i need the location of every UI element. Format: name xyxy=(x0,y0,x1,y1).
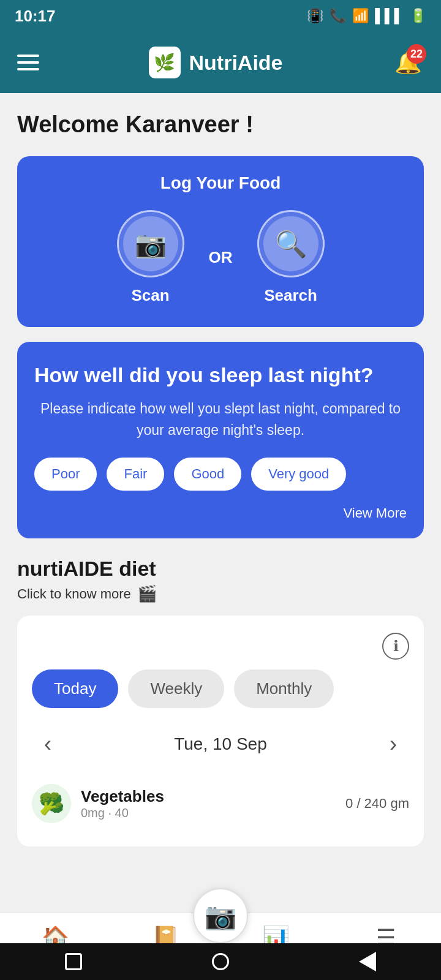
view-more-button[interactable]: View More xyxy=(34,505,407,521)
system-navigation xyxy=(0,943,441,980)
welcome-text: Welcome Karanveer ! xyxy=(17,111,424,138)
search-circle: 🔍 xyxy=(257,210,325,277)
wifi-icon: 📶 xyxy=(352,8,369,24)
info-button-container: ℹ xyxy=(32,633,409,660)
notification-button[interactable]: 🔔 22 xyxy=(392,47,424,78)
search-icon: 🔍 xyxy=(263,216,318,271)
vibrate-icon: 📳 xyxy=(307,8,323,24)
diet-card: ℹ Today Weekly Monthly ‹ Tue, 10 Sep › 🥦… xyxy=(17,616,424,846)
click-more-link[interactable]: Click to know more 🎬 xyxy=(17,584,424,603)
app-logo: 🌿 xyxy=(149,47,181,78)
food-amount-vegetables: 0 / 240 gm xyxy=(345,796,409,812)
food-info-vegetables: Vegetables 0mg · 40 xyxy=(81,787,336,820)
search-label: Search xyxy=(264,286,317,305)
header-title: 🌿 NutriAide xyxy=(149,47,283,78)
tab-today[interactable]: Today xyxy=(32,669,118,708)
scan-circle: 📷 xyxy=(117,210,184,277)
camera-fab-icon: 📷 xyxy=(205,901,236,931)
battery-icon: 🔋 xyxy=(410,8,426,24)
search-button[interactable]: 🔍 Search xyxy=(257,210,325,305)
log-food-actions: 📷 Scan OR 🔍 Search xyxy=(36,210,405,305)
info-icon: ℹ xyxy=(393,638,399,655)
status-bar: 10:17 📳 📞 📶 ▌▌▌ 🔋 xyxy=(0,0,441,32)
tab-weekly[interactable]: Weekly xyxy=(128,669,224,708)
notification-badge: 22 xyxy=(407,44,426,64)
sleep-options: Poor Fair Good Very good xyxy=(34,458,407,491)
camera-fab-button[interactable]: 📷 xyxy=(193,888,248,943)
food-item-vegetables[interactable]: 🥦 Vegetables 0mg · 40 0 / 240 gm xyxy=(32,778,409,829)
clapperboard-icon: 🎬 xyxy=(137,584,157,603)
date-navigation: ‹ Tue, 10 Sep › xyxy=(32,725,409,763)
period-tabs: Today Weekly Monthly xyxy=(32,669,409,708)
sleep-card: How well did you sleep last night? Pleas… xyxy=(17,342,424,538)
main-content: Welcome Karanveer ! Log Your Food 📷 Scan… xyxy=(0,93,441,969)
current-date: Tue, 10 Sep xyxy=(174,734,267,754)
next-date-button[interactable]: › xyxy=(383,725,403,763)
diet-section-title: nurtiAIDE diet xyxy=(17,557,424,581)
click-more-text: Click to know more xyxy=(17,586,131,602)
hamburger-menu[interactable] xyxy=(17,55,39,70)
tab-monthly[interactable]: Monthly xyxy=(234,669,334,708)
call-icon: 📞 xyxy=(330,8,346,24)
signal-icon: ▌▌▌ xyxy=(375,8,404,24)
sleep-description: Please indicate how well you slept last … xyxy=(34,398,407,440)
home-system-button[interactable] xyxy=(202,952,239,971)
info-button[interactable]: ℹ xyxy=(382,633,409,660)
food-name-vegetables: Vegetables xyxy=(81,787,336,806)
scan-icon: 📷 xyxy=(123,216,178,271)
back-system-button[interactable] xyxy=(349,952,386,971)
food-sub-vegetables: 0mg · 40 xyxy=(81,806,336,820)
sleep-good-button[interactable]: Good xyxy=(174,458,241,491)
sleep-title: How well did you sleep last night? xyxy=(34,361,407,388)
log-food-title: Log Your Food xyxy=(36,173,405,193)
food-icon-vegetables: 🥦 xyxy=(32,784,71,823)
scan-button[interactable]: 📷 Scan xyxy=(117,210,184,305)
scan-label: Scan xyxy=(131,286,169,305)
recent-apps-button[interactable] xyxy=(55,952,92,971)
prev-date-button[interactable]: ‹ xyxy=(38,725,58,763)
sleep-verygood-button[interactable]: Very good xyxy=(251,458,346,491)
log-food-card: Log Your Food 📷 Scan OR 🔍 Search xyxy=(17,156,424,327)
sleep-fair-button[interactable]: Fair xyxy=(107,458,164,491)
time-display: 10:17 xyxy=(15,7,56,26)
app-name: NutriAide xyxy=(189,51,283,75)
sleep-poor-button[interactable]: Poor xyxy=(34,458,97,491)
or-separator: OR xyxy=(209,248,233,267)
app-header: 🌿 NutriAide 🔔 22 xyxy=(0,32,441,93)
status-icons: 📳 📞 📶 ▌▌▌ 🔋 xyxy=(307,8,426,24)
